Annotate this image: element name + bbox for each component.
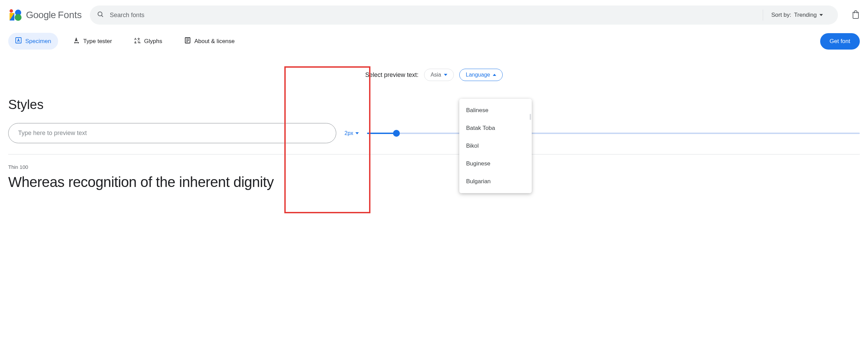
font-size-slider[interactable] (367, 133, 860, 134)
tab-about-license[interactable]: About & license (177, 33, 242, 50)
type-tester-icon (73, 37, 80, 45)
svg-line-4 (101, 15, 103, 17)
preview-text-input[interactable] (18, 130, 326, 137)
get-font-button[interactable]: Get font (820, 33, 860, 50)
svg-point-0 (10, 9, 13, 13)
sort-label: Sort by: (771, 12, 791, 18)
style-weight-label: Thin 100 (8, 164, 860, 170)
svg-text:A: A (134, 37, 137, 41)
svg-text:文: 文 (137, 38, 140, 41)
preview-text-row: Select preview text: Asia Language Balin… (0, 55, 868, 89)
sort-dropdown[interactable]: Sort by: Trending (763, 10, 831, 21)
styles-heading: Styles (8, 97, 860, 112)
svg-point-3 (98, 12, 102, 16)
language-dropdown-menu: Balinese Batak Toba Bikol Buginese Bulga… (459, 99, 532, 193)
tab-type-tester[interactable]: Type tester (66, 33, 119, 50)
font-size-select[interactable]: 2px (344, 130, 359, 136)
styles-controls: 2px (8, 123, 860, 143)
tab-glyphs[interactable]: A文&% Glyphs (127, 33, 169, 50)
language-option[interactable]: Bikol (459, 137, 532, 155)
style-entry: Thin 100 Whereas recognition of the inhe… (8, 161, 860, 199)
language-dropdown[interactable]: Language (459, 69, 503, 81)
chevron-down-icon (355, 132, 359, 134)
language-option[interactable]: Balinese (459, 102, 532, 119)
tab-label: Glyphs (144, 38, 162, 45)
brand-fonts: Fonts (58, 10, 82, 21)
region-dropdown[interactable]: Asia (424, 69, 454, 81)
glyphs-icon: A文&% (134, 37, 141, 45)
google-fonts-logo-icon (8, 8, 22, 22)
search-input[interactable] (110, 12, 763, 19)
specimen-icon (15, 37, 22, 45)
svg-point-2 (15, 14, 22, 21)
tab-label: Specimen (25, 38, 51, 45)
language-option[interactable]: Bulgarian (459, 173, 532, 190)
search-bar[interactable]: Sort by: Trending (90, 5, 838, 25)
region-value: Asia (431, 72, 441, 78)
svg-text:%: % (138, 41, 140, 44)
font-size-value: 2px (344, 130, 353, 136)
brand-google: Google (26, 10, 56, 21)
slider-thumb[interactable] (393, 130, 400, 137)
brand-text: Google Fonts (26, 10, 82, 21)
preview-label: Select preview text: (365, 71, 419, 79)
tab-label: Type tester (83, 38, 112, 45)
svg-text:&: & (134, 41, 137, 44)
header: Google Fonts Sort by: Trending (0, 0, 868, 30)
style-sample-text: Whereas recognition of the inherent dign… (8, 174, 860, 190)
scrollbar-thumb[interactable] (530, 114, 531, 120)
tabs-row: Specimen Type tester A文&% Glyphs About &… (0, 30, 868, 55)
document-icon (184, 37, 191, 45)
logo-group[interactable]: Google Fonts (8, 8, 82, 22)
chevron-down-icon (444, 74, 447, 76)
tab-label: About & license (194, 38, 235, 45)
preview-input-wrap[interactable] (8, 123, 336, 143)
chevron-up-icon (493, 74, 496, 76)
language-option[interactable]: Buginese (459, 155, 532, 173)
language-label: Language (466, 72, 490, 78)
shopping-bag-icon[interactable] (852, 10, 860, 20)
tab-specimen[interactable]: Specimen (8, 33, 58, 50)
styles-section: Styles 2px Thin 100 Whereas recognition … (0, 89, 868, 207)
sort-value: Trending (794, 12, 817, 18)
language-option[interactable]: Batak Toba (459, 119, 532, 137)
search-icon (97, 11, 104, 19)
chevron-down-icon (819, 14, 823, 16)
